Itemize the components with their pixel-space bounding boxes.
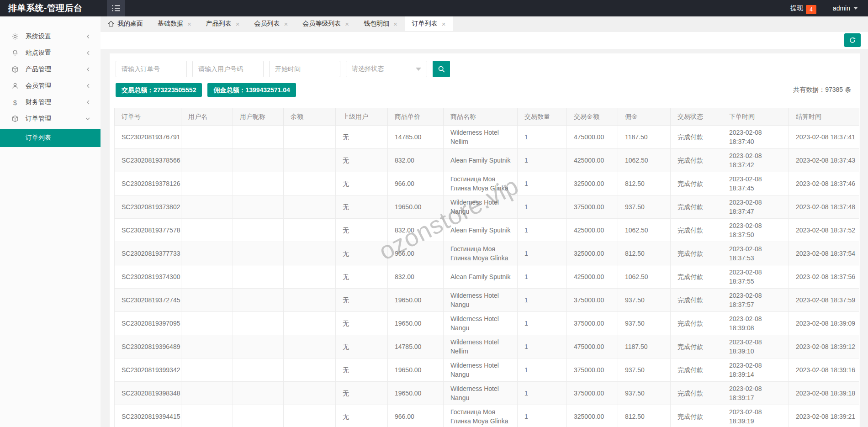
dollar-icon: $ <box>11 99 19 106</box>
tab-label: 会员等级列表 <box>302 20 341 28</box>
table-cell: 2023-02-08 18:37:40 <box>722 126 789 149</box>
table-cell: 325000.00 <box>567 172 618 195</box>
sidebar-item-label: 会员管理 <box>26 82 51 90</box>
table-cell: Гостиница Моя Глинка Moya Glinka <box>444 242 518 265</box>
tab-wallet-detail[interactable]: 钱包明细 × <box>356 16 405 31</box>
chevron-left-icon <box>86 50 90 56</box>
table-cell: 812.50 <box>618 242 671 265</box>
table-cell: 14785.00 <box>388 335 444 358</box>
chevron-down-icon <box>85 116 90 121</box>
table-cell: 无 <box>336 405 388 427</box>
close-icon[interactable]: × <box>187 21 191 27</box>
table-cell: 1 <box>518 172 567 195</box>
table-cell: 937.50 <box>618 195 671 219</box>
table-column-header: 佣金 <box>618 108 671 126</box>
table-cell: SC23020819373802 <box>115 195 181 219</box>
table-cell: 完成付款 <box>671 265 722 289</box>
withdraw-menu-item[interactable]: 提现 4 <box>790 4 816 13</box>
table-cell <box>284 149 336 172</box>
table-cell <box>233 149 284 172</box>
table-cell <box>181 335 233 358</box>
table-cell: 完成付款 <box>671 335 722 358</box>
chevron-left-icon <box>86 67 90 72</box>
sidebar-toggle-button[interactable] <box>107 0 125 16</box>
table-cell: 375000.00 <box>567 195 618 219</box>
tab-member-list[interactable]: 会员列表 × <box>247 16 296 31</box>
table-row: SC23020819376791无14785.00Wilderness Hote… <box>115 126 859 149</box>
table-column-header: 上级用户 <box>336 108 388 126</box>
cube-icon <box>11 66 19 73</box>
close-icon[interactable]: × <box>284 21 288 27</box>
withdraw-count-badge: 4 <box>806 5 816 14</box>
table-row: SC23020819378126无966.00Гостиница Моя Гли… <box>115 172 859 195</box>
table-cell: SC23020819376791 <box>115 126 181 149</box>
table-cell <box>233 172 284 195</box>
table-cell: 2023-02-08 18:39:12 <box>789 335 859 358</box>
search-icon <box>438 65 445 73</box>
table-cell: 2023-02-08 18:37:48 <box>789 195 859 219</box>
sidebar-item-label: 订单管理 <box>26 115 51 123</box>
start-time-input[interactable] <box>269 61 340 77</box>
search-button[interactable] <box>433 61 450 77</box>
user-menu[interactable]: admin <box>833 5 858 12</box>
table-cell: 完成付款 <box>671 219 722 242</box>
table-cell: 1062.50 <box>618 265 671 289</box>
table-column-header: 用户名 <box>181 108 233 126</box>
close-icon[interactable]: × <box>393 21 397 27</box>
table-cell: Гостиница Моя Глинка Moya Glinka <box>444 172 518 195</box>
tab-my-desktop[interactable]: 我的桌面 <box>101 16 150 31</box>
table-cell: 1 <box>518 219 567 242</box>
sidebar-item-member-management[interactable]: 会员管理 <box>0 78 101 94</box>
close-icon[interactable]: × <box>236 21 240 27</box>
order-number-input[interactable] <box>116 61 187 77</box>
tab-member-level-list[interactable]: 会员等级列表 × <box>295 16 356 31</box>
table-cell: 19650.00 <box>388 289 444 312</box>
sidebar-item-product-management[interactable]: 产品管理 <box>0 61 101 78</box>
table-cell <box>233 195 284 219</box>
table-cell <box>233 382 284 405</box>
tab-product-list[interactable]: 产品列表 × <box>199 16 247 31</box>
table-column-header: 商品单价 <box>388 108 444 126</box>
tab-basic-data[interactable]: 基础数据 × <box>150 16 199 31</box>
table-cell <box>284 358 336 382</box>
table-cell: 无 <box>336 242 388 265</box>
table-cell: Wilderness Hotel Nellim <box>444 126 518 149</box>
status-select[interactable]: 请选择状态 <box>346 61 427 77</box>
table-cell: 1 <box>518 265 567 289</box>
sidebar-item-site-settings[interactable]: 站点设置 <box>0 45 101 61</box>
sidebar-item-order-management[interactable]: 订单管理 <box>0 111 101 127</box>
refresh-button[interactable] <box>844 33 861 47</box>
table-cell: 2023-02-08 18:39:10 <box>722 335 789 358</box>
trade-total-badge: 交易总额：273223505552 <box>116 83 202 97</box>
table-cell: 2023-02-08 18:39:09 <box>789 312 859 335</box>
sidebar-item-system-settings[interactable]: 系统设置 <box>0 28 101 45</box>
table-cell: 19650.00 <box>388 358 444 382</box>
hamburger-icon <box>112 5 120 11</box>
table-cell <box>284 289 336 312</box>
table-cell: 2023-02-08 18:37:57 <box>722 289 789 312</box>
table-cell: 无 <box>336 358 388 382</box>
sidebar-item-order-list[interactable]: 订单列表 <box>0 129 101 147</box>
table-cell <box>181 265 233 289</box>
table-row: SC23020819377578无832.00Alean Family Sput… <box>115 219 859 242</box>
table-cell: 1062.50 <box>618 149 671 172</box>
user-number-input[interactable] <box>192 61 264 77</box>
table-header-row: 订单号用户名用户昵称余额上级用户商品单价商品名称交易数量交易金额佣金交易状态下单… <box>115 108 859 126</box>
table-cell: 无 <box>336 195 388 219</box>
header-right-area: 提现 4 admin <box>790 4 868 13</box>
close-icon[interactable]: × <box>345 21 349 27</box>
table-cell: 937.50 <box>618 358 671 382</box>
table-cell <box>233 312 284 335</box>
table-cell: 2023-02-08 18:37:52 <box>789 219 859 242</box>
home-icon <box>108 21 114 27</box>
tab-order-list[interactable]: 订单列表 × <box>405 16 453 31</box>
close-icon[interactable]: × <box>442 21 446 27</box>
table-cell <box>284 219 336 242</box>
table-cell <box>284 335 336 358</box>
table-cell: 无 <box>336 335 388 358</box>
dropdown-arrow-icon <box>416 68 421 71</box>
table-row: SC23020819394415无966.00Гостиница Моя Гли… <box>115 405 859 427</box>
withdraw-label: 提现 <box>790 4 803 12</box>
table-cell: 1187.50 <box>618 126 671 149</box>
sidebar-item-finance-management[interactable]: $ 财务管理 <box>0 94 101 111</box>
